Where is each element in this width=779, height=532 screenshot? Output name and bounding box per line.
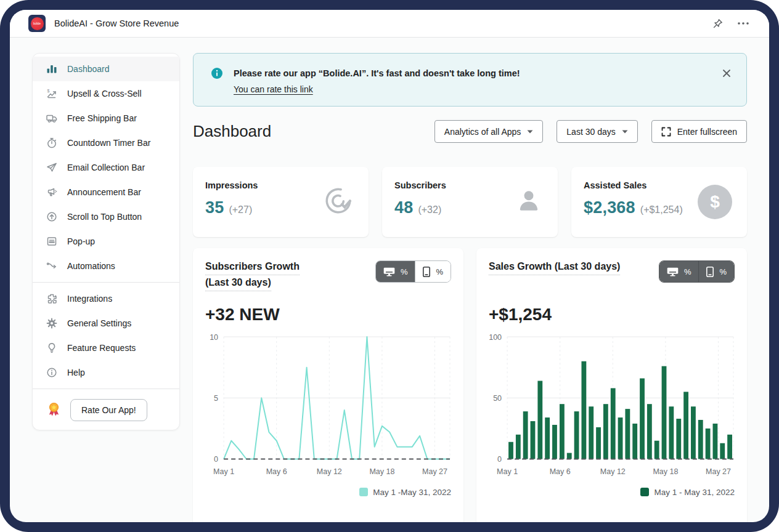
svg-text:0: 0 — [214, 455, 218, 464]
sidebar-item-label: Free Shipping Bar — [67, 113, 137, 123]
app-frame: bolide BolideAI - Grow Store Revenue — [0, 0, 779, 532]
legend-label: May 1 - May 31, 2022 — [654, 488, 735, 497]
date-range-dropdown[interactable]: Last 30 days — [557, 120, 637, 143]
svg-text:$: $ — [47, 89, 50, 93]
chart-title: Sales Growth (Last 30 days) — [489, 260, 620, 276]
content-area: Dashboard $ Upsell & Cross-Sell Free — [10, 38, 769, 522]
sidebar-item-feature-requests[interactable]: Feature Requests — [33, 336, 179, 360]
sidebar: Dashboard $ Upsell & Cross-Sell Free — [32, 53, 180, 430]
sidebar-item-help[interactable]: Help — [33, 360, 179, 385]
stat-delta: (+27) — [229, 204, 252, 216]
percent-label: % — [401, 267, 408, 276]
pin-icon[interactable] — [709, 15, 726, 32]
stat-value: 35 — [205, 198, 224, 217]
charts-row: Subscribers Growth (Last 30 days) — [193, 248, 747, 522]
mobile-percent-toggle[interactable]: % — [415, 261, 451, 282]
percent-label: % — [719, 267, 727, 276]
chart-legend: May 1 -May 31, 2022 — [205, 488, 451, 497]
chart-title-line1: Subscribers Growth — [205, 260, 300, 275]
stat-value: $2,368 — [584, 198, 635, 217]
fullscreen-button[interactable]: Enter fullscreen — [651, 120, 747, 143]
sidebar-item-upsell-cross-sell[interactable]: $ Upsell & Cross-Sell — [33, 81, 179, 106]
mobile-icon — [706, 267, 714, 277]
banner-rate-link[interactable]: You can rate this link — [234, 84, 313, 94]
gear-icon — [46, 317, 58, 329]
sidebar-item-label: Dashboard — [67, 64, 110, 74]
header-controls: Analytics of all Apps Last 30 days Enter… — [434, 120, 747, 143]
main-panel: Please rate our app “Bolide.AI”. It's fa… — [193, 53, 747, 522]
svg-text:May 6: May 6 — [266, 467, 287, 476]
svg-text:May 6: May 6 — [550, 467, 571, 476]
popup-icon — [46, 235, 58, 248]
sidebar-item-general-settings[interactable]: General Settings — [33, 311, 179, 336]
mobile-percent-toggle[interactable]: % — [698, 261, 734, 282]
impressions-card: Impressions 35 (+27) — [193, 167, 369, 237]
page-header: Dashboard Analytics of all Apps Last 30 … — [193, 120, 747, 143]
impressions-icon — [323, 185, 354, 219]
puzzle-icon — [46, 292, 58, 305]
svg-text:May 1: May 1 — [497, 467, 518, 476]
percent-label: % — [436, 267, 443, 276]
page-title: Dashboard — [193, 122, 271, 141]
banner-text: Please rate our app “Bolide.AI”. It's fa… — [234, 66, 520, 95]
legend-label: May 1 -May 31, 2022 — [373, 488, 451, 497]
app-logo: bolide — [28, 15, 46, 32]
date-range-label: Last 30 days — [566, 127, 615, 137]
sidebar-item-label: Email Collection Bar — [67, 163, 145, 172]
svg-text:100: 100 — [489, 333, 502, 342]
percent-label: % — [684, 267, 691, 276]
chart-highlight-value: +32 NEW — [205, 305, 451, 324]
chart-title-line2: (Last 30 days) — [205, 276, 271, 291]
sidebar-item-automations[interactable]: Automations — [33, 254, 179, 278]
sidebar-item-dashboard[interactable]: Dashboard — [33, 57, 179, 81]
sidebar-item-label: Scroll to Top Button — [67, 212, 142, 222]
dashboard-icon — [46, 63, 58, 75]
sidebar-item-pop-up[interactable]: Pop-up — [33, 229, 179, 254]
chevron-down-icon — [622, 130, 628, 134]
sidebar-item-countdown-timer-bar[interactable]: Countdown Timer Bar — [33, 131, 179, 155]
subscribers-card: Subscribers 48 (+32) — [382, 167, 558, 237]
stats-row: Impressions 35 (+27) — [193, 167, 747, 237]
sidebar-item-label: Countdown Timer Bar — [67, 138, 150, 148]
svg-text:May 12: May 12 — [600, 467, 626, 476]
more-menu-icon[interactable] — [735, 19, 752, 28]
sidebar-item-label: General Settings — [67, 318, 131, 328]
automation-flow-icon — [46, 260, 58, 272]
desktop-percent-toggle[interactable]: % — [659, 261, 699, 282]
svg-text:May 12: May 12 — [317, 467, 342, 476]
svg-text:0: 0 — [497, 455, 502, 464]
legend-swatch — [640, 488, 649, 496]
info-badge-icon — [211, 67, 223, 79]
svg-text:May 18: May 18 — [369, 467, 394, 476]
chevron-down-icon — [527, 130, 533, 134]
sidebar-item-email-collection-bar[interactable]: Email Collection Bar — [33, 155, 179, 180]
svg-text:May 27: May 27 — [422, 467, 447, 476]
lightbulb-icon — [46, 342, 58, 354]
desktop-percent-toggle[interactable]: % — [376, 261, 415, 282]
dollar-icon: $ — [698, 185, 732, 219]
svg-text:5: 5 — [214, 394, 218, 403]
svg-text:May 1: May 1 — [213, 467, 234, 476]
sales-growth-card: Sales Growth (Last 30 days) — [476, 248, 747, 522]
stat-delta: (+$1,254) — [640, 204, 683, 216]
info-icon — [46, 366, 58, 379]
chart-title-line1: Sales Growth (Last 30 days) — [489, 260, 620, 275]
rate-our-app-button[interactable]: Rate Our App! — [70, 399, 147, 421]
stat-delta: (+32) — [418, 204, 441, 216]
desktop-icon — [667, 267, 679, 276]
medal-icon — [46, 401, 62, 419]
banner-close-icon[interactable] — [720, 67, 733, 81]
legend-swatch — [359, 488, 368, 496]
sidebar-item-label: Feature Requests — [67, 343, 136, 353]
sidebar-item-scroll-to-top[interactable]: Scroll to Top Button — [33, 204, 179, 229]
assisted-sales-card: Assisted Sales $2,368 (+$1,254) $ — [571, 167, 747, 237]
sidebar-item-label: Announcement Bar — [67, 187, 141, 197]
chart-legend: May 1 - May 31, 2022 — [489, 488, 735, 497]
sidebar-item-free-shipping-bar[interactable]: Free Shipping Bar — [33, 106, 179, 131]
chart-highlight-value: +$1,254 — [489, 305, 735, 324]
sidebar-item-integrations[interactable]: Integrations — [33, 286, 179, 311]
apps-dropdown[interactable]: Analytics of all Apps — [434, 120, 544, 143]
sidebar-item-announcement-bar[interactable]: Announcement Bar — [33, 180, 179, 204]
device-toggle: % % — [375, 260, 451, 283]
chart-title: Subscribers Growth (Last 30 days) — [205, 260, 300, 292]
